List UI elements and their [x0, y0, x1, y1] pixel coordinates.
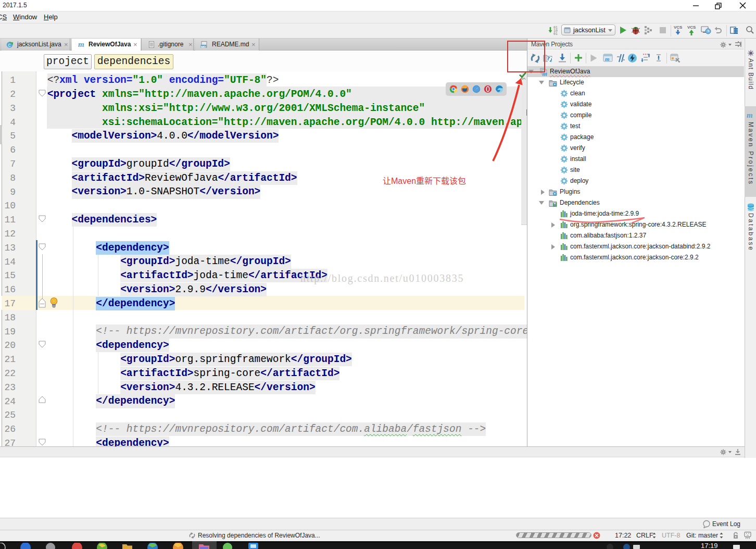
svg-text:MD: MD: [201, 45, 206, 48]
svg-text:c: c: [8, 42, 10, 48]
svg-text:m: m: [78, 41, 84, 47]
svg-text:01: 01: [553, 32, 558, 36]
svg-text:VCS: VCS: [687, 25, 696, 30]
svg-text:m: m: [605, 56, 610, 62]
svg-text:VCS: VCS: [674, 25, 683, 30]
